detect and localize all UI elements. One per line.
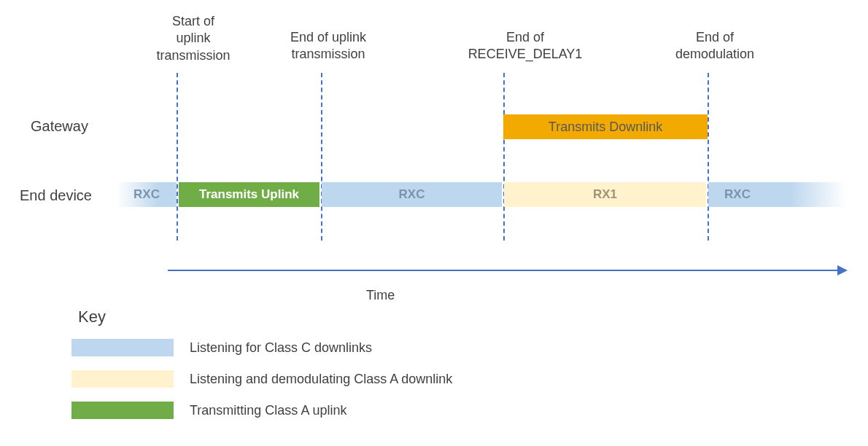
vline-end-uplink — [321, 73, 322, 240]
time-axis-label: Time — [366, 288, 395, 303]
key-label-listen-class-c: Listening for Class C downlinks — [190, 340, 372, 356]
ed-rxc-pre: RXC — [117, 182, 177, 207]
vline-start-uplink — [177, 73, 178, 240]
ed-rxc-post-fade — [767, 182, 846, 207]
end-device-track: RXC Transmits Uplink RXC RX1 RXC — [117, 182, 846, 207]
diagram-canvas: Start ofuplinktransmission End of uplink… — [0, 0, 868, 446]
gateway-downlink-label: Transmits Downlink — [549, 120, 662, 135]
key-swatch-listen-class-c — [71, 339, 174, 356]
key-label-tx-uplink: Transmitting Class A uplink — [190, 403, 346, 418]
ed-rx1-label: RX1 — [593, 187, 617, 202]
key-swatch-listen-class-a — [71, 370, 174, 388]
row-label-end-device: End device — [20, 187, 92, 204]
ed-rxc-pre-label: RXC — [133, 187, 160, 202]
col-label-end-demod: End ofdemodulation — [656, 29, 773, 63]
ed-rx1: RX1 — [504, 182, 706, 207]
row-label-gateway: Gateway — [31, 118, 88, 135]
ed-transmits-uplink: Transmits Uplink — [179, 182, 319, 207]
ed-rxc-post: RXC — [708, 182, 767, 207]
ed-rxc-post-label: RXC — [724, 187, 751, 202]
ed-rxc-mid: RXC — [322, 182, 502, 207]
gateway-downlink-bar: Transmits Downlink — [503, 114, 708, 139]
key-swatch-tx-uplink — [71, 402, 174, 419]
vline-end-demod — [708, 73, 709, 240]
vline-end-receive-delay1 — [503, 73, 505, 240]
ed-uplink-label: Transmits Uplink — [199, 187, 299, 202]
key-label-listen-class-a: Listening and demodulating Class A downl… — [190, 372, 452, 387]
ed-rxc-mid-label: RXC — [399, 187, 425, 202]
time-axis-arrowhead — [837, 265, 848, 275]
key-title: Key — [78, 308, 106, 326]
col-label-end-uplink: End of uplinktransmission — [270, 29, 387, 63]
col-label-end-receive-delay1: End ofRECEIVE_DELAY1 — [452, 29, 598, 63]
time-axis-line — [168, 270, 839, 271]
col-label-start-uplink: Start ofuplinktransmission — [150, 13, 237, 64]
